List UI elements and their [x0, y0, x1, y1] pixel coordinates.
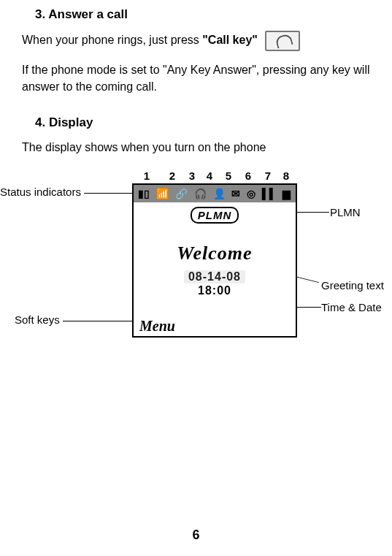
num-2: 2	[161, 170, 183, 182]
label-status-indicators: Status indicators	[0, 186, 81, 198]
greeting-text: Welcome	[134, 243, 296, 264]
para1-text-a: When your phone rings, just press	[22, 34, 202, 46]
call-key-icon	[265, 31, 300, 51]
time-text: 18:00	[134, 284, 296, 297]
status-icon-vibrate: ▌▌	[262, 188, 277, 199]
status-icon-message: ✉	[231, 188, 240, 199]
label-greeting-text: Greeting text	[321, 279, 384, 292]
date-text: 08-14-08	[184, 270, 245, 283]
status-icon-profile: 👤	[213, 188, 226, 199]
num-6: 6	[239, 170, 258, 182]
status-icon-signal: 📶	[156, 188, 169, 199]
num-8: 8	[278, 170, 294, 182]
label-time-date: Time & Date	[321, 301, 382, 313]
status-icon-battery: ▮▯	[138, 188, 150, 199]
leader-soft-keys	[63, 321, 132, 321]
section-4-para-1: The display shows when you turn on the p…	[22, 139, 377, 156]
num-1: 1	[132, 170, 161, 182]
status-icon-battery2: ▆	[283, 188, 291, 199]
label-plmn: PLMN	[330, 206, 361, 218]
page-number: 6	[0, 528, 392, 543]
section-3-heading: 3. Answer a call	[35, 7, 377, 22]
num-3: 3	[183, 170, 201, 182]
status-icon-alarm: ◎	[247, 188, 255, 199]
num-5: 5	[218, 170, 239, 182]
leader-status-indicators	[84, 193, 132, 194]
phone-screen: ▮▯ 📶 🔗 🎧 👤 ✉ ◎ ▌▌ ▆ PLMN Welcome 08-14-0…	[132, 183, 297, 338]
label-soft-keys: Soft keys	[15, 313, 60, 326]
softkey-left-menu: Menu	[134, 318, 175, 335]
section-4-heading: 4. Display	[35, 115, 377, 130]
section-3-para-1: When your phone rings, just press "Call …	[22, 31, 377, 51]
status-icon-headset: 🎧	[194, 188, 207, 199]
call-key-strong: "Call key"	[202, 34, 258, 46]
plmn-row: PLMN	[134, 207, 296, 224]
status-icon-link: 🔗	[175, 188, 188, 199]
softkey-row: Menu	[134, 317, 296, 336]
status-bar: ▮▯ 📶 🔗 🎧 👤 ✉ ◎ ▌▌ ▆	[134, 185, 296, 202]
num-4: 4	[201, 170, 218, 182]
phone-display-figure: 1 2 3 4 5 6 7 8 Status indicators Soft k…	[0, 171, 392, 354]
column-numbers: 1 2 3 4 5 6 7 8	[132, 170, 294, 182]
section-3-para-2: If the phone mode is set to "Any Key Ans…	[22, 61, 377, 95]
plmn-badge: PLMN	[191, 207, 239, 224]
num-7: 7	[258, 170, 278, 182]
